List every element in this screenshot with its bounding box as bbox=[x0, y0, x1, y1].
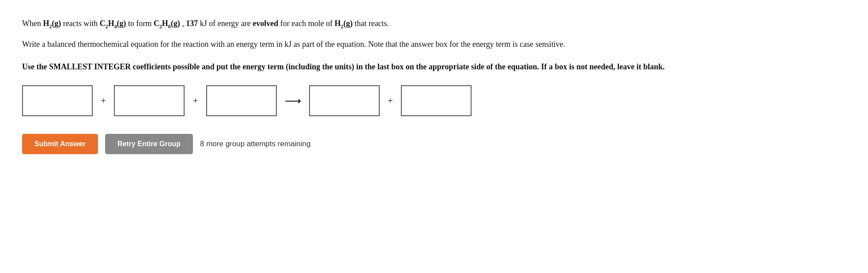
reaction-arrow: ⟶ bbox=[285, 94, 301, 108]
plus-operator-2: + bbox=[192, 95, 198, 106]
retry-button[interactable]: Retry Entire Group bbox=[105, 134, 193, 154]
answer-box-4[interactable] bbox=[309, 85, 380, 116]
problem-line2: Write a balanced thermochemical equation… bbox=[22, 38, 846, 50]
plus-operator-1: + bbox=[101, 95, 106, 106]
button-row: Submit Answer Retry Entire Group 8 more … bbox=[22, 134, 846, 154]
attempts-remaining: 8 more group attempts remaining bbox=[200, 140, 310, 148]
plus-operator-3: + bbox=[388, 95, 393, 106]
problem-line1: When H2(g) reacts with C2H4(g) to form C… bbox=[22, 18, 846, 30]
answer-box-1[interactable] bbox=[22, 85, 93, 116]
answer-box-2[interactable] bbox=[114, 85, 185, 116]
bold-instruction: Use the SMALLEST INTEGER coefficients po… bbox=[22, 61, 846, 73]
answer-box-5[interactable] bbox=[401, 85, 472, 116]
answer-box-3[interactable] bbox=[206, 85, 277, 116]
submit-button[interactable]: Submit Answer bbox=[22, 134, 98, 154]
equation-row: + + ⟶ + bbox=[22, 85, 846, 116]
